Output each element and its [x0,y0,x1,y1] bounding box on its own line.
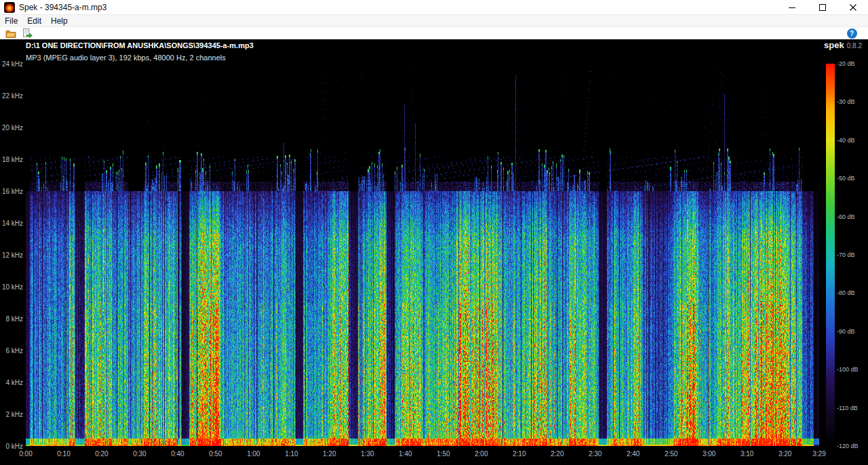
freq-tick-label: 14 kHz [0,220,23,227]
freq-tick-label: 16 kHz [0,188,23,195]
help-button[interactable]: ? [846,28,858,39]
time-tick-label: 2:10 [513,450,526,458]
time-tick-label: 1:20 [323,450,336,458]
audio-info: MP3 (MPEG audio layer 3), 192 kbps, 4800… [26,54,226,62]
db-tick-label: -30 dB [837,98,855,105]
time-tick-label: 0:50 [209,450,222,458]
app-name: spek [824,40,844,50]
save-button[interactable] [21,28,33,39]
time-tick-label: 1:50 [437,450,450,458]
menu-edit[interactable]: Edit [22,16,46,26]
time-tick-label: 1:30 [361,450,374,458]
minimize-icon [789,4,795,11]
open-file-button[interactable] [5,28,17,39]
window-title: Spek - 394345-a-m.mp3 [19,3,106,12]
spek-window: Spek - 394345-a-m.mp3 File Edit Help [0,0,868,465]
db-tick-label: -60 dB [837,214,855,220]
freq-tick-label: 20 kHz [0,124,23,132]
app-brand: spek 0.8.2 [824,40,862,50]
db-tick-label: -100 dB [837,366,859,373]
toolbar: ? [0,27,868,39]
spectrogram-panel: D:\1 ONE DIRECTION\FROM ANUSHKA\SONGS\39… [0,39,868,465]
db-tick-label: -110 dB [837,405,858,411]
time-tick-label: 2:30 [589,450,601,458]
time-tick-label: 3:10 [741,450,753,458]
menu-bar: File Edit Help [0,15,868,27]
file-path: D:\1 ONE DIRECTION\FROM ANUSHKA\SONGS\39… [26,41,254,49]
window-controls [776,0,868,14]
menu-help[interactable]: Help [46,16,73,26]
freq-tick-label: 8 kHz [0,315,23,323]
db-tick-label: -90 dB [837,328,855,335]
spectrogram-canvas [26,64,819,446]
close-icon [850,4,856,11]
db-tick-label: -50 dB [837,175,855,182]
time-tick-label: 1:40 [399,450,412,458]
title-bar: Spek - 394345-a-m.mp3 [0,0,868,15]
time-tick-label: 3:29 [812,450,825,458]
freq-tick-label: 0 kHz [0,443,23,450]
time-tick-label: 2:40 [627,450,639,458]
save-icon [22,28,33,39]
folder-open-icon [5,28,16,39]
time-tick-label: 0:10 [57,450,70,458]
close-button[interactable] [837,0,868,14]
app-icon [4,2,15,13]
color-scale-bar [826,64,835,446]
freq-tick-label: 10 kHz [0,283,23,291]
db-tick-label: -40 dB [837,137,855,144]
time-tick-label: 2:00 [475,450,488,458]
freq-tick-label: 22 kHz [0,92,23,100]
maximize-button[interactable] [807,0,837,14]
time-tick-label: 1:00 [247,450,260,458]
freq-tick-label: 6 kHz [0,347,23,355]
db-tick-label: -70 dB [837,251,855,258]
db-tick-label: -20 dB [837,60,855,67]
maximize-icon [819,4,826,11]
time-tick-label: 1:10 [285,450,298,458]
time-tick-label: 2:50 [665,450,677,458]
freq-tick-label: 2 kHz [0,411,23,418]
menu-file[interactable]: File [0,16,22,26]
freq-tick-label: 4 kHz [0,379,23,386]
minimize-button[interactable] [776,0,807,14]
db-tick-label: -120 dB [837,443,859,449]
app-version: 0.8.2 [847,42,862,49]
help-icon: ? [847,28,857,39]
freq-tick-label: 24 kHz [0,60,23,68]
time-tick-label: 0:20 [95,450,108,458]
time-tick-label: 3:00 [703,450,715,458]
time-tick-label: 0:30 [133,450,146,458]
time-tick-label: 2:20 [551,450,564,458]
time-tick-label: 0:00 [19,450,32,458]
freq-tick-label: 12 kHz [0,251,23,259]
time-tick-label: 3:20 [778,450,791,458]
freq-tick-label: 18 kHz [0,156,23,163]
db-tick-label: -80 dB [837,289,855,296]
time-tick-label: 0:40 [171,450,184,458]
